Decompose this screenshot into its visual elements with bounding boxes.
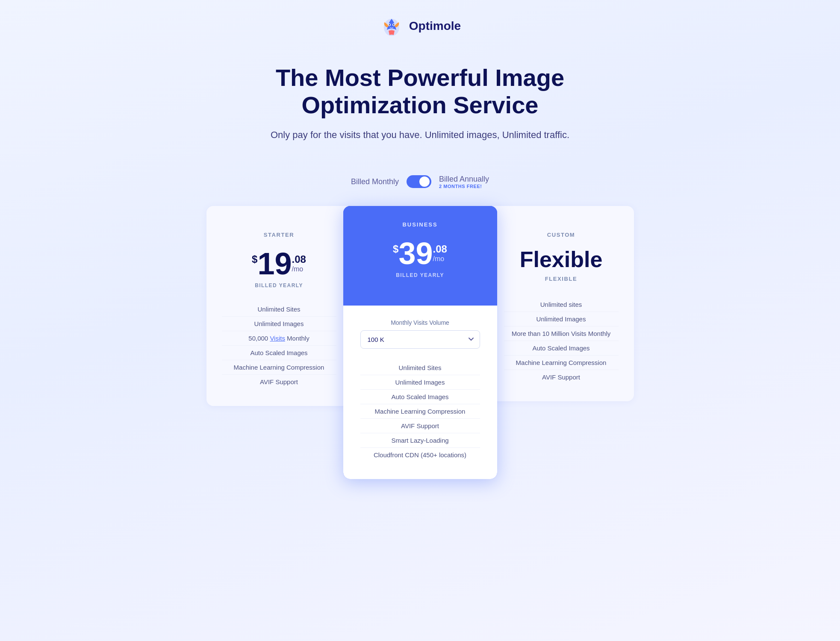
volume-select[interactable]: 100 K 200 K 500 K 1 M (360, 330, 480, 349)
volume-section: Monthly Visits Volume 100 K 200 K 500 K … (360, 319, 480, 349)
flexible-title: Flexible (504, 247, 619, 272)
hero-section: The Most Powerful Image Optimization Ser… (0, 47, 840, 149)
list-item: Cloudfront CDN (450+ locations) (360, 448, 480, 462)
billing-toggle-row: Billed Monthly Billed Annually 2 MONTHS … (0, 175, 840, 189)
business-price-cents: .08 (433, 243, 447, 255)
business-card-bottom: Monthly Visits Volume 100 K 200 K 500 K … (343, 306, 497, 479)
list-item: Unlimited Sites (222, 302, 336, 317)
business-plan-name: BUSINESS (360, 221, 480, 228)
svg-point-4 (393, 24, 394, 26)
business-card: BUSINESS $ 39 .08 /mo BILLED YEARLY Mont… (343, 206, 497, 479)
business-price-mo: /mo (433, 255, 445, 263)
list-item: Machine Learning Compression (360, 404, 480, 419)
starter-card: STARTER $ 19 .08 /mo BILLED YEARLY Unlim… (206, 206, 352, 406)
business-billed-label: BILLED YEARLY (360, 272, 480, 278)
list-item: Auto Scaled Images (504, 341, 619, 356)
business-price-row: $ 39 .08 /mo (360, 238, 480, 269)
custom-features-list: Unlimited sites Unlimited Images More th… (504, 297, 619, 384)
billing-toggle[interactable] (407, 175, 431, 188)
starter-price-cents: .08 (292, 253, 306, 265)
visits-link[interactable]: Visits (270, 335, 285, 342)
starter-price-mo: /mo (292, 265, 304, 273)
svg-point-3 (389, 24, 390, 26)
list-item: AVIF Support (360, 419, 480, 433)
flexible-subtitle: FLEXIBLE (504, 276, 619, 282)
billed-annually-label: Billed Annually (439, 175, 489, 184)
list-item: Auto Scaled Images (360, 390, 480, 404)
list-item: AVIF Support (504, 370, 619, 384)
business-price-suffix: .08 /mo (433, 243, 447, 263)
business-price-main: 39 (398, 238, 433, 269)
list-item: Smart Lazy-Loading (360, 433, 480, 448)
starter-price-row: $ 19 .08 /mo (222, 248, 336, 279)
business-features-list: Unlimited Sites Unlimited Images Auto Sc… (360, 361, 480, 462)
pricing-section: STARTER $ 19 .08 /mo BILLED YEARLY Unlim… (0, 206, 840, 505)
list-item: AVIF Support (222, 375, 336, 389)
list-item: Auto Scaled Images (222, 346, 336, 360)
billed-monthly-label: Billed Monthly (351, 177, 399, 186)
list-item: Machine Learning Compression (504, 356, 619, 370)
starter-features-list: Unlimited Sites Unlimited Images 50,000 … (222, 302, 336, 389)
custom-card: CUSTOM Flexible FLEXIBLE Unlimited sites… (489, 206, 634, 401)
free-badge: 2 MONTHS FREE! (439, 184, 482, 189)
volume-label: Monthly Visits Volume (360, 319, 480, 326)
business-card-top: BUSINESS $ 39 .08 /mo BILLED YEARLY (343, 206, 497, 306)
hero-subtitle: Only pay for the visits that you have. U… (271, 129, 570, 141)
hero-title: The Most Powerful Image Optimization Ser… (228, 64, 613, 119)
starter-price-main: 19 (257, 248, 292, 279)
list-item: Unlimited Images (360, 375, 480, 390)
list-item: Unlimited Sites (360, 361, 480, 375)
custom-plan-name: CUSTOM (504, 232, 619, 238)
list-item: More than 10 Million Visits Monthly (504, 326, 619, 341)
list-item: 50,000 Visits Monthly (222, 331, 336, 346)
starter-price-dollar: $ (252, 253, 257, 265)
list-item: Unlimited Images (504, 312, 619, 326)
list-item: Unlimited sites (504, 297, 619, 312)
site-header: Optimole (0, 0, 840, 47)
logo-icon (379, 14, 404, 38)
billing-annually-wrapper: Billed Annually 2 MONTHS FREE! (439, 175, 489, 189)
business-price-dollar: $ (393, 243, 398, 255)
starter-plan-name: STARTER (222, 232, 336, 238)
list-item: Unlimited Images (222, 317, 336, 331)
starter-billed-label: BILLED YEARLY (222, 282, 336, 288)
starter-price-suffix: .08 /mo (292, 253, 306, 273)
logo-text: Optimole (409, 19, 461, 33)
list-item: Machine Learning Compression (222, 360, 336, 375)
